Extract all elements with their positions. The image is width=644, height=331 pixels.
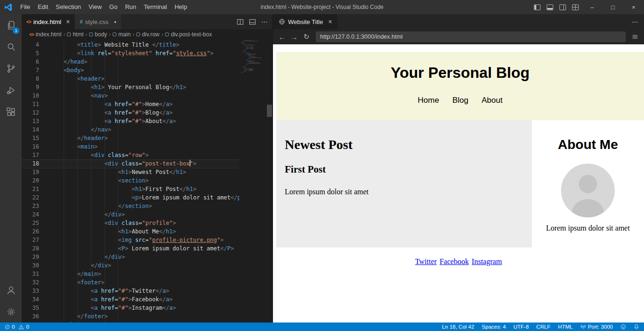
- tab-label: index.html: [33, 18, 61, 25]
- menu-edit[interactable]: Edit: [34, 0, 52, 14]
- editor-tab-bar: <> index.html × # style.css ● ⋯: [22, 14, 272, 29]
- line-number: 6: [22, 58, 42, 66]
- tab-index-html[interactable]: <> index.html ×: [22, 14, 75, 29]
- error-count: 0: [12, 324, 15, 330]
- breadcrumb-main[interactable]: main: [113, 31, 131, 38]
- symbol-icon: [67, 33, 71, 36]
- page-nav-link-blog[interactable]: Blog: [452, 96, 468, 105]
- simple-browser-pane: Website Title × ⋯ ← → ↻ Your Personal Bl…: [272, 14, 644, 323]
- more-actions-icon[interactable]: ⋯: [261, 18, 268, 25]
- explorer-icon[interactable]: 1: [0, 14, 22, 36]
- forward-icon[interactable]: →: [289, 31, 300, 43]
- breadcrumb-body[interactable]: body: [89, 31, 107, 38]
- breadcrumb-separator: ›: [132, 31, 134, 38]
- extensions-icon[interactable]: [0, 101, 22, 123]
- menu-help[interactable]: Help: [171, 0, 191, 14]
- status-right: Ln 18, Col 42 Spaces: 4 UTF-8 CRLF HTML …: [442, 324, 639, 330]
- customize-layout-icon[interactable]: [569, 0, 582, 14]
- menu-file[interactable]: File: [17, 0, 34, 14]
- symbol-icon: [89, 33, 93, 36]
- breadcrumb-separator: ›: [85, 31, 87, 38]
- page-header: Your Personal Blog HomeBlogAbout: [276, 52, 644, 120]
- toggle-panel-icon[interactable]: [544, 0, 556, 14]
- menu-selection[interactable]: Selection: [52, 0, 84, 14]
- close-tab-icon[interactable]: ×: [66, 18, 70, 25]
- reload-icon[interactable]: ↻: [301, 31, 312, 43]
- warning-count: 0: [26, 324, 29, 330]
- scrollbar-thumb[interactable]: [267, 105, 272, 117]
- vscode-window: FileEditSelectionViewGoRunTerminalHelp i…: [0, 0, 644, 331]
- breadcrumb-separator: ›: [161, 31, 163, 38]
- menu-view[interactable]: View: [85, 0, 106, 14]
- minimize-button[interactable]: –: [582, 0, 603, 14]
- about-text: Lorem ipsum dolor sit amet: [532, 223, 644, 232]
- line-number: 10: [22, 91, 42, 100]
- css-file-icon: #: [80, 19, 83, 25]
- run-debug-icon[interactable]: [0, 79, 22, 101]
- line-number: 33: [22, 287, 42, 295]
- menu-run[interactable]: Run: [121, 0, 140, 14]
- url-input[interactable]: [316, 32, 626, 42]
- line-number: 16: [22, 142, 42, 151]
- tab-website-title[interactable]: Website Title ×: [273, 14, 338, 29]
- feedback-icon[interactable]: [620, 324, 626, 330]
- modified-dot-icon[interactable]: ●: [114, 20, 116, 24]
- page-nav-link-home[interactable]: Home: [418, 96, 439, 105]
- globe-icon: [279, 18, 285, 25]
- breadcrumb-separator: ›: [63, 31, 65, 38]
- settings-gear-icon[interactable]: [0, 301, 22, 323]
- vscode-logo-icon: [0, 3, 17, 11]
- toggle-layout-icon[interactable]: [249, 18, 256, 25]
- post-text-box: Newest Post First Post Lorem ipsum dolor…: [276, 120, 532, 248]
- cursor-position[interactable]: Ln 18, Col 42: [442, 324, 474, 330]
- page-footer-link-twitter[interactable]: Twitter: [415, 257, 437, 265]
- code-editor[interactable]: 4567891011121314151617181920212223242526…: [22, 40, 272, 323]
- line-number: 36: [22, 312, 42, 321]
- line-number: 14: [22, 125, 42, 134]
- notifications-bell-icon[interactable]: [634, 324, 639, 330]
- tab-style-css[interactable]: # style.css ●: [75, 14, 122, 29]
- page-footer-link-instagram[interactable]: Instagram: [472, 257, 502, 265]
- tab-label: Website Title: [288, 18, 323, 25]
- close-button[interactable]: ×: [623, 0, 644, 14]
- toggle-sidebar-icon[interactable]: [531, 0, 544, 14]
- language-mode[interactable]: HTML: [558, 324, 573, 330]
- browser-menu-icon[interactable]: [629, 31, 641, 43]
- line-number: 23: [22, 202, 42, 210]
- breadcrumb-html[interactable]: html: [67, 31, 83, 38]
- source-control-icon[interactable]: [0, 58, 22, 79]
- line-number: 20: [22, 176, 42, 185]
- line-number: 8: [22, 74, 42, 83]
- toggle-secondary-sidebar-icon[interactable]: [556, 0, 569, 14]
- page-title: Your Personal Blog: [276, 52, 644, 82]
- page-nav: HomeBlogAbout: [276, 96, 644, 105]
- split-editor-icon[interactable]: [237, 18, 244, 25]
- title-bar: FileEditSelectionViewGoRunTerminalHelp i…: [0, 0, 644, 14]
- back-icon[interactable]: ←: [276, 31, 288, 43]
- problems-indicator[interactable]: 0 0: [5, 324, 29, 330]
- line-number: 34: [22, 295, 42, 304]
- maximize-button[interactable]: □: [603, 0, 623, 14]
- breadcrumb-div-row[interactable]: div.row: [136, 31, 159, 38]
- encoding[interactable]: UTF-8: [513, 324, 529, 330]
- line-number: 30: [22, 261, 42, 270]
- tab-label: style.css: [85, 18, 108, 25]
- indentation-setting[interactable]: Spaces: 4: [482, 324, 506, 330]
- menu-terminal[interactable]: Terminal: [140, 0, 171, 14]
- search-icon[interactable]: [0, 36, 22, 58]
- account-icon[interactable]: [0, 279, 22, 301]
- line-number: 24: [22, 210, 42, 219]
- editor-scrollbar[interactable]: [266, 40, 272, 323]
- page-nav-link-about[interactable]: About: [481, 96, 502, 105]
- about-heading: About Me: [532, 137, 644, 152]
- menu-go[interactable]: Go: [106, 0, 121, 14]
- port-forward[interactable]: Port: 3000: [580, 324, 613, 330]
- page-footer-link-facebook[interactable]: Facebook: [439, 257, 469, 265]
- breadcrumb-div-post-text-box[interactable]: div.post-text-box: [165, 31, 212, 38]
- minimap[interactable]: <title> Website Title </title> <link rel…: [239, 40, 266, 323]
- eol-setting[interactable]: CRLF: [537, 324, 551, 330]
- close-tab-icon[interactable]: ×: [328, 18, 332, 25]
- line-number: 7: [22, 66, 42, 74]
- more-actions-icon[interactable]: ⋯: [632, 18, 638, 25]
- breadcrumb-index-html[interactable]: <>index.html: [29, 31, 61, 38]
